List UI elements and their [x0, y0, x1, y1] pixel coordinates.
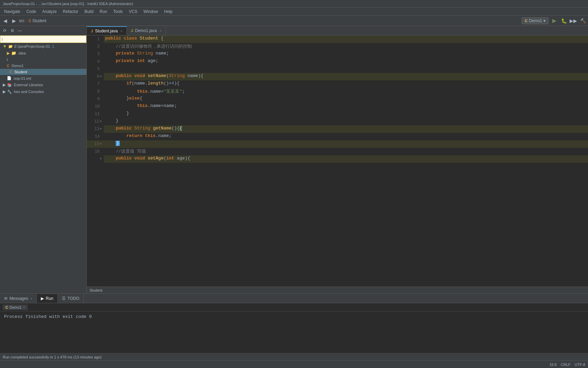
tree-item-iml[interactable]: 📄 oop-01.iml	[0, 75, 86, 81]
build-button[interactable]: 🔨	[579, 17, 587, 25]
code-line-11: 11 }	[87, 110, 588, 118]
code-line-14: 14 return this.name;	[87, 133, 588, 140]
tree-item-demo1[interactable]: C Demo1	[0, 63, 86, 69]
folder-icon: ▼	[3, 44, 7, 49]
status-position: 15:6	[550, 363, 557, 367]
fold-12[interactable]: ▼	[100, 120, 102, 123]
code-line-5: 5	[87, 65, 588, 73]
sidebar-settings-button[interactable]: ⚙	[9, 27, 16, 34]
menu-bar: Navigate Code Analyze Refactor Build Run…	[0, 7, 588, 16]
run-instance-close[interactable]: ×	[23, 305, 25, 309]
back-button[interactable]: ◀	[1, 17, 9, 25]
line-content-4: private int age;	[104, 58, 588, 65]
menu-analyze[interactable]: Analyze	[39, 9, 60, 15]
fold-13[interactable]: ▼	[100, 127, 102, 131]
code-line-4: 4 private int age;	[87, 58, 588, 65]
todo-icon: ☰	[62, 296, 66, 301]
tab-demo1-close[interactable]: ×	[160, 29, 162, 33]
breadcrumb-student[interactable]: C Student	[29, 18, 46, 23]
gutter-6: 6 ▼	[87, 73, 104, 80]
breadcrumb-src[interactable]: src	[19, 18, 24, 23]
tab-student-java[interactable]: J Student.java ×	[87, 26, 127, 35]
line-content-2: //设置访问修饰符，来进行访问的控制	[104, 43, 588, 50]
breadcrumb: src › C Student	[19, 18, 520, 23]
menu-help[interactable]: Help	[161, 9, 175, 15]
run-instance-tab[interactable]: C Demo1 ×	[3, 305, 28, 310]
bottom-tab-run-label: Run	[46, 296, 53, 301]
sidebar-minimize-button[interactable]: —	[16, 27, 23, 34]
menu-tools[interactable]: Tools	[111, 9, 126, 15]
fold-6[interactable]: ▼	[100, 75, 102, 78]
tree-item-extlibs[interactable]: ▶ 📚 External Libraries	[0, 81, 86, 88]
tree-item-student[interactable]: C Student	[0, 69, 86, 75]
tree-idea-label: .idea	[18, 51, 26, 55]
tab-demo1-icon: J	[131, 29, 133, 33]
code-line-12: 12 ▼ }	[87, 118, 588, 125]
idea-arrow: ▶	[7, 51, 10, 56]
tree-extlibs-label: External Libraries	[14, 83, 43, 87]
line-content-17: public void setAge(int age){	[104, 155, 588, 163]
scratches-icon: 🔧	[7, 90, 12, 94]
run-config-dropdown[interactable]: C Demo1 ▾	[522, 17, 549, 24]
bottom-tab-todo-label: TODO	[68, 296, 79, 301]
tree-item-idea[interactable]: ▶ 📁 .idea	[0, 50, 86, 57]
menu-run[interactable]: Run	[97, 9, 110, 15]
menu-navigate[interactable]: Navigate	[1, 9, 23, 15]
tab-student-label: Student.java	[95, 29, 118, 33]
gutter-1: 1	[87, 35, 104, 43]
menu-vcs[interactable]: VCS	[126, 9, 140, 15]
fold-17[interactable]: ▼	[100, 157, 102, 161]
editor-breadcrumb: Student	[87, 287, 588, 293]
run-button[interactable]: ▶	[551, 17, 558, 25]
title-text: JavaProject\oop-01 - ...\src\Student.jav…	[3, 2, 133, 6]
forward-button[interactable]: ▶	[10, 17, 18, 25]
tab-student-icon: J	[91, 29, 93, 33]
bottom-tab-messages[interactable]: ✉ Messages ×	[0, 294, 37, 303]
status-bar: 15:6 CRLF UTF-8	[0, 361, 588, 368]
menu-refactor[interactable]: Refactor	[60, 9, 81, 15]
editor-area: J Student.java × J Demo1.java × 1 publi	[87, 26, 588, 293]
tree-item-src[interactable]: t	[0, 57, 86, 63]
line-content-14: return this.name;	[104, 133, 588, 140]
code-line-2: 2 //设置访问修饰符，来进行访问的控制	[87, 43, 588, 50]
tree-iml-label: oop-01.iml	[14, 76, 31, 80]
tree-item-scratches[interactable]: ▶ 🔧 hes and Consoles	[0, 88, 86, 95]
gutter-4: 4	[87, 58, 104, 65]
sidebar-search[interactable]: t	[0, 35, 86, 43]
sidebar-sync-button[interactable]: ⟳	[1, 27, 8, 34]
tree-item-root[interactable]: ▼ 📁 E:\javaProject\oop-01 1	[0, 43, 86, 50]
tab-student-close[interactable]: ×	[120, 29, 122, 33]
bottom-tab-todo[interactable]: ☰ TODO	[58, 294, 84, 303]
menu-window[interactable]: Window	[141, 9, 161, 15]
code-line-9: 9 }else{	[87, 95, 588, 103]
run-subtab-bar: C Demo1 ×	[0, 303, 588, 311]
line-content-9: }else{	[104, 95, 588, 103]
menu-build[interactable]: Build	[82, 9, 96, 15]
menu-code[interactable]: Code	[23, 9, 39, 15]
bottom-tab-run[interactable]: ▶ Run	[37, 294, 58, 303]
tree-scratches-label: hes and Consoles	[14, 90, 44, 94]
status-encoding: CRLF	[561, 363, 571, 367]
line-content-6: public void setName(String name){	[104, 73, 588, 80]
code-editor[interactable]: 1 public class Student { 2 //设置访问修饰符，来进行…	[87, 35, 588, 287]
code-line-17: 17 ▼ public void setAge(int age){	[87, 155, 588, 163]
student-icon: C	[10, 70, 12, 74]
line-content-13: public String getName(){{	[104, 125, 588, 133]
sidebar: ⟳ ⚙ — t ▼ 📁 E:\javaProject\oop-01 1 ▶	[0, 26, 87, 293]
line-content-15: }	[104, 140, 588, 148]
tab-demo1-java[interactable]: J Demo1.java ×	[127, 26, 166, 35]
line-content-3: private String name;	[104, 50, 588, 58]
fold-15[interactable]: ▼	[100, 142, 102, 146]
line-content-7: if(name.length()>4){	[104, 80, 588, 88]
tree-student-label: Student	[14, 70, 27, 74]
bottom-tab-bar: ✉ Messages × ▶ Run ☰ TODO	[0, 294, 588, 303]
code-line-6: 6 ▼ public void setName(String name){	[87, 73, 588, 80]
gutter-9: 9	[87, 95, 104, 103]
coverage-button[interactable]: ▶▶	[570, 17, 577, 25]
line-content-16: //设置值 写值	[104, 148, 588, 155]
debug-button[interactable]: 🐛	[560, 17, 568, 25]
title-bar: JavaProject\oop-01 - ...\src\Student.jav…	[0, 0, 588, 7]
line-content-1: public class Student {	[104, 35, 588, 43]
messages-tab-close[interactable]: ×	[30, 297, 32, 301]
gutter-15: 15 ▼	[87, 140, 104, 148]
